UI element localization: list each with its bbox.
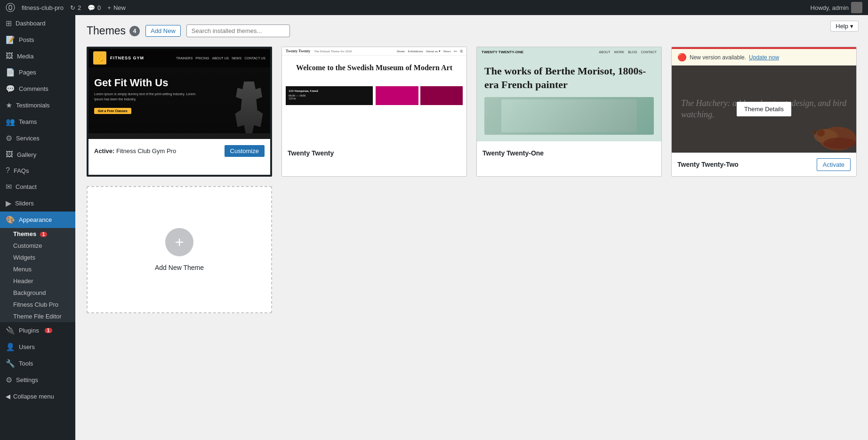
help-label: Help bbox=[836, 23, 848, 30]
comments-button[interactable]: 💬 0 bbox=[88, 4, 101, 11]
add-new-theme-card[interactable]: + Add New Theme bbox=[87, 186, 272, 313]
sidebar-item-settings[interactable]: ⚙ Settings bbox=[0, 372, 75, 388]
sidebar-item-tools[interactable]: 🔧 Tools bbox=[0, 355, 75, 372]
theme-card-twenty-twenty[interactable]: Twenty Twenty The Default Theme for 2020… bbox=[281, 47, 467, 177]
sidebar-item-label: Dashboard bbox=[16, 20, 46, 27]
sidebar-item-dashboard[interactable]: ⊞ Dashboard bbox=[0, 15, 75, 32]
sidebar-item-label: Tools bbox=[19, 360, 33, 367]
customize-button[interactable]: Customize bbox=[225, 145, 265, 157]
update-text: New version available. bbox=[690, 54, 746, 61]
sidebar-item-sliders[interactable]: ▶ Sliders bbox=[0, 195, 75, 212]
pages-icon: 📄 bbox=[6, 68, 15, 77]
avatar bbox=[851, 2, 862, 13]
sidebar-item-gallery[interactable]: 🖼 Gallery bbox=[0, 147, 75, 163]
add-new-icon: + bbox=[165, 228, 193, 256]
sidebar-item-teams[interactable]: 👥 Teams bbox=[0, 114, 75, 130]
site-name-button[interactable]: fitness-club-pro bbox=[22, 4, 64, 11]
services-icon: ⚙ bbox=[6, 134, 12, 143]
theme-overlay-twenty-twenty-two: Theme Details bbox=[672, 65, 856, 153]
themes-grid: 💪 FITNESS GYM TRAINERS PRICING ABOUT US … bbox=[87, 47, 857, 313]
theme-footer-fitness: Active: Fitness Club Gym Pro Customize bbox=[88, 139, 270, 163]
sidebar: ⊞ Dashboard 📝 Posts 🖼 Media 📄 P bbox=[0, 15, 75, 440]
active-label: Active: bbox=[94, 147, 114, 155]
sidebar-item-contact[interactable]: ✉ Contact bbox=[0, 179, 75, 195]
site-name: fitness-club-pro bbox=[22, 4, 64, 11]
sidebar-item-testimonials[interactable]: ★ Testimonials bbox=[0, 97, 75, 114]
teams-icon: 👥 bbox=[6, 117, 15, 126]
active-theme-name: Fitness Club Gym Pro bbox=[116, 147, 176, 155]
search-themes-input[interactable] bbox=[186, 24, 290, 37]
new-content-button[interactable]: + New bbox=[107, 4, 126, 11]
sidebar-item-media[interactable]: 🖼 Media bbox=[0, 48, 75, 64]
sidebar-item-label: FAQs bbox=[14, 167, 29, 174]
sidebar-item-users[interactable]: 👤 Users bbox=[0, 339, 75, 355]
sidebar-item-label: Users bbox=[19, 343, 35, 350]
sidebar-submenu-fitness-club-pro[interactable]: Fitness Club Pro bbox=[0, 299, 75, 310]
sidebar-item-label: Sliders bbox=[15, 200, 34, 207]
sidebar-submenu-themes[interactable]: Themes 1 bbox=[0, 228, 75, 240]
sidebar-item-posts[interactable]: 📝 Posts bbox=[0, 32, 75, 48]
theme-card-twenty-twenty-one[interactable]: TWENTY TWENTY-ONE ABOUTWORKBLOGCONTACT T… bbox=[476, 47, 662, 177]
sidebar-item-label: Comments bbox=[19, 85, 48, 92]
sidebar-submenu-header[interactable]: Header bbox=[0, 275, 75, 287]
sidebar-item-comments[interactable]: 💬 Comments bbox=[0, 81, 75, 97]
themes-count-badge: 4 bbox=[129, 26, 140, 36]
sidebar-item-services[interactable]: ⚙ Services bbox=[0, 130, 75, 147]
plugins-badge: 1 bbox=[45, 328, 52, 333]
theme-card-twenty-twenty-two[interactable]: 🔴 New version available. Update now The … bbox=[671, 47, 857, 177]
dashboard-icon: ⊞ bbox=[6, 19, 12, 28]
sidebar-item-plugins[interactable]: 🔌 Plugins 1 bbox=[0, 322, 75, 339]
collapse-menu-button[interactable]: ◀ Collapse menu bbox=[0, 388, 75, 405]
wp-logo-icon: ⓪ bbox=[6, 1, 15, 14]
add-new-theme-label: Add New Theme bbox=[155, 264, 204, 271]
comment-count: 0 bbox=[97, 4, 101, 11]
theme-screenshot-twenty-twenty: Twenty Twenty The Default Theme for 2020… bbox=[282, 47, 466, 141]
refresh-icon: ↻ bbox=[70, 4, 75, 11]
sidebar-submenu-menus[interactable]: Menus bbox=[0, 263, 75, 275]
sidebar-item-faqs[interactable]: ? FAQs bbox=[0, 163, 75, 179]
sidebar-item-label: Teams bbox=[19, 118, 37, 125]
sidebar-item-appearance[interactable]: 🎨 Appearance bbox=[0, 212, 75, 228]
sidebar-submenu-theme-file-editor[interactable]: Theme File Editor bbox=[0, 310, 75, 322]
chevron-down-icon: ▾ bbox=[850, 23, 853, 30]
wp-logo-button[interactable]: ⓪ bbox=[6, 1, 15, 14]
sidebar-submenu-widgets[interactable]: Widgets bbox=[0, 252, 75, 263]
sidebar-submenu-customize[interactable]: Customize bbox=[0, 240, 75, 252]
fitness-nav: 💪 FITNESS GYM TRAINERS PRICING ABOUT US … bbox=[88, 49, 270, 67]
appearance-icon: 🎨 bbox=[6, 215, 15, 224]
theme-name: Twenty Twenty bbox=[288, 149, 334, 157]
theme-footer-twenty-twenty-one: Twenty Twenty-One bbox=[477, 141, 661, 165]
howdy-admin[interactable]: Howdy, admin bbox=[811, 2, 862, 13]
updates-button[interactable]: ↻ 2 bbox=[70, 4, 81, 11]
faqs-icon: ? bbox=[6, 166, 10, 175]
add-new-button[interactable]: Add New bbox=[145, 25, 181, 37]
update-count: 2 bbox=[78, 4, 81, 11]
update-now-link[interactable]: Update now bbox=[749, 54, 779, 61]
sidebar-item-label: Contact bbox=[16, 183, 37, 190]
theme-screenshot-twenty-twenty-two: The Hatchery: a blog about art, design, … bbox=[672, 65, 856, 153]
themes-badge: 1 bbox=[40, 232, 48, 237]
theme-screenshot-fitness: 💪 FITNESS GYM TRAINERS PRICING ABOUT US … bbox=[88, 49, 270, 139]
activate-button[interactable]: Activate bbox=[817, 158, 851, 171]
howdy-text: Howdy, admin bbox=[811, 4, 849, 11]
update-notice: 🔴 New version available. Update now bbox=[672, 47, 856, 65]
sidebar-item-pages[interactable]: 📄 Pages bbox=[0, 64, 75, 81]
collapse-arrow-icon: ◀ bbox=[6, 393, 10, 400]
theme-card-fitness-club-gym-pro[interactable]: 💪 FITNESS GYM TRAINERS PRICING ABOUT US … bbox=[87, 47, 272, 177]
media-icon: 🖼 bbox=[6, 52, 13, 60]
page-title: Themes 4 bbox=[87, 24, 140, 37]
comments-icon: 💬 bbox=[6, 84, 15, 93]
new-label: New bbox=[113, 4, 126, 11]
sidebar-item-label: Plugins bbox=[19, 327, 39, 334]
page-header: Themes 4 Add New bbox=[87, 24, 857, 37]
theme-details-button[interactable]: Theme Details bbox=[737, 102, 791, 116]
update-warning-icon: 🔴 bbox=[677, 53, 687, 62]
admin-bar: ⓪ fitness-club-pro ↻ 2 💬 0 + New Howdy, … bbox=[0, 0, 868, 15]
comments-icon: 💬 bbox=[88, 4, 95, 11]
theme-footer-twenty-twenty: Twenty Twenty bbox=[282, 141, 466, 165]
sidebar-item-label: Pages bbox=[19, 69, 36, 76]
sidebar-item-label: Testimonials bbox=[16, 102, 50, 109]
sidebar-submenu-background[interactable]: Background bbox=[0, 287, 75, 299]
help-button[interactable]: Help ▾ bbox=[830, 21, 859, 32]
plus-icon: + bbox=[107, 4, 111, 11]
